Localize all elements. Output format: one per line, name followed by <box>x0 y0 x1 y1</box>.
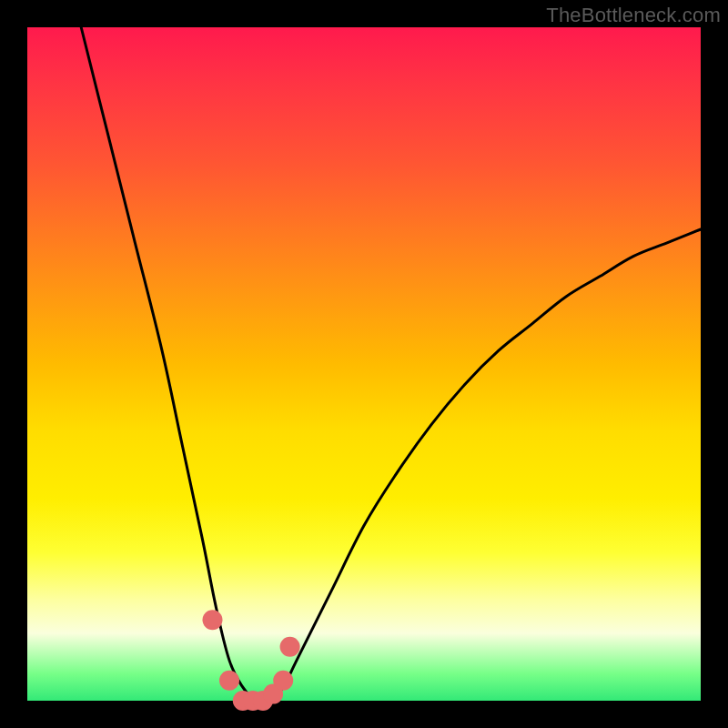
marker-point <box>280 637 300 657</box>
bottleneck-curve <box>81 27 701 703</box>
chart-svg <box>27 27 701 701</box>
marker-point <box>273 671 293 691</box>
chart-frame: TheBottleneck.com <box>0 0 728 728</box>
marker-point <box>219 671 239 691</box>
marker-point <box>203 610 223 630</box>
plot-area <box>27 27 701 701</box>
highlighted-points <box>203 610 300 711</box>
watermark-text: TheBottleneck.com <box>546 4 721 27</box>
